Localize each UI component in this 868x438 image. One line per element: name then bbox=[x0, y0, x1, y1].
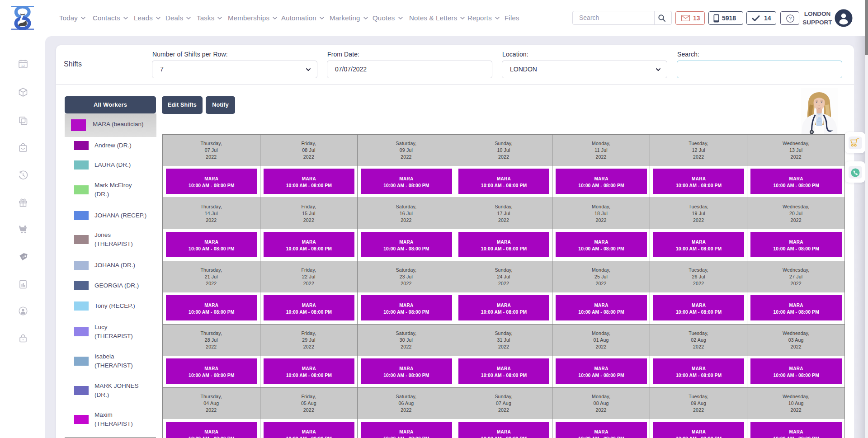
svg-text:?: ? bbox=[789, 16, 792, 21]
svg-text:12: 12 bbox=[21, 64, 25, 68]
